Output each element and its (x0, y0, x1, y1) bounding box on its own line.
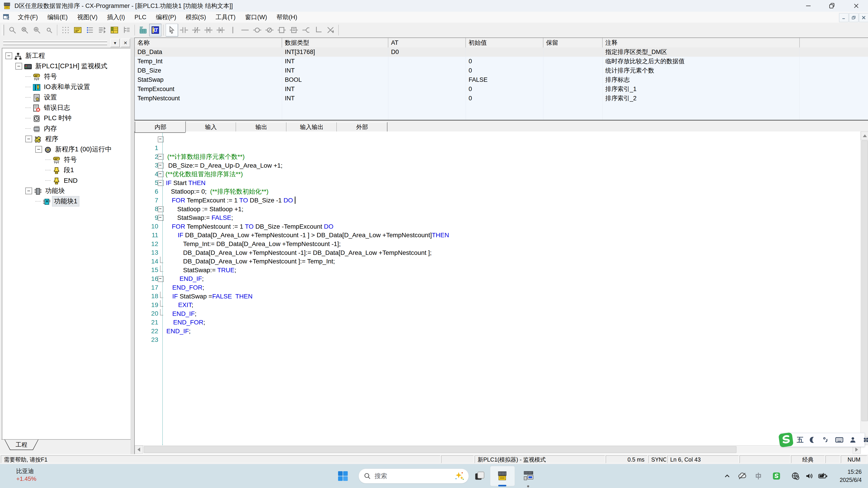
cell-init[interactable]: 0 (466, 57, 544, 66)
table-row-5[interactable]: TempNestcountINT0排序索引_2 (135, 94, 868, 103)
mnemonics-icon[interactable] (96, 24, 108, 36)
contact-up-icon[interactable] (202, 24, 215, 36)
window-minimize-button[interactable] (798, 0, 819, 12)
cell-init[interactable]: 0 (466, 85, 544, 94)
code-line-7[interactable]: 7 Statloop := Statloop +1; (135, 187, 858, 196)
editor-hscrollbar[interactable] (135, 445, 861, 454)
cell-at[interactable] (388, 66, 466, 75)
cell-at[interactable] (388, 94, 466, 103)
fold-collapse-icon[interactable] (158, 136, 164, 142)
menu-7[interactable]: 工具(T) (211, 14, 240, 21)
cell-retain[interactable] (544, 112, 602, 120)
stock-widget[interactable]: 比亚迪 +1.45% (16, 467, 36, 483)
person-icon[interactable] (849, 436, 857, 444)
col-header-0[interactable]: 名称 (135, 38, 282, 47)
vertical-line-icon[interactable] (227, 24, 239, 36)
panel-dropdown-button[interactable]: ▾ (110, 39, 120, 47)
fold-collapse-icon[interactable] (158, 276, 164, 282)
cell-type[interactable] (282, 103, 388, 112)
child-close-button[interactable] (859, 13, 868, 22)
col-header-3[interactable]: 初始值 (466, 38, 544, 47)
coil-nc-icon[interactable] (264, 24, 276, 36)
coil-icon[interactable] (251, 24, 264, 36)
menu-8[interactable]: 窗口(W) (240, 14, 272, 21)
fold-collapse-icon[interactable] (158, 215, 164, 221)
fold-collapse-icon[interactable] (158, 206, 164, 212)
cell-init[interactable]: 0 (466, 66, 544, 75)
menu-0[interactable]: 文件(F) (13, 14, 42, 21)
tree-item-0[interactable]: 新工程 (5, 51, 47, 61)
sogou-ime-toolbar[interactable]: 五 (781, 433, 865, 447)
tray-chevron-up-icon[interactable] (722, 471, 732, 481)
cell-name[interactable]: TempNestcount (135, 94, 282, 103)
code-line-15[interactable]: 15 END_IF; (135, 257, 858, 265)
cell-at[interactable] (388, 57, 466, 66)
code-line-14[interactable]: 14 StatSwap:= TRUE; (135, 248, 858, 257)
tree-item-6[interactable]: PLC 时钟 (25, 113, 73, 123)
code-line-3[interactable]: 3 (**优化数组冒泡排序算法**) (135, 152, 858, 161)
moon-icon[interactable] (809, 436, 817, 444)
cell-retain[interactable] (544, 66, 602, 75)
panel-gripper-2[interactable] (3, 43, 107, 45)
start-button[interactable] (337, 470, 349, 482)
code-line-21[interactable]: 21 END_IF; (135, 309, 858, 318)
cell-type[interactable]: INT (282, 85, 388, 94)
cell-comment[interactable]: 统计排序元素个数 (602, 66, 800, 75)
cell-comment[interactable]: 排序索引_2 (602, 94, 800, 103)
cell-at[interactable] (388, 85, 466, 94)
tree-item-5[interactable]: 错误日志 (25, 103, 72, 113)
magnifier-icon[interactable] (6, 24, 19, 36)
io-comment-icon[interactable] (137, 24, 149, 36)
taskbar-app-cx-programmer[interactable] (496, 470, 508, 482)
punctuation-icon[interactable] (822, 436, 830, 444)
tray-volume-icon[interactable] (805, 471, 814, 481)
cell-extra[interactable] (800, 57, 868, 66)
symbol-table-tool-icon[interactable] (108, 24, 121, 36)
cell-comment[interactable]: 排序索引_1 (602, 85, 800, 94)
st-code-editor[interactable]: 1 (**计算数组排序元素个数**) 2 DB_Size:= D_Area_Up… (134, 131, 868, 454)
cell-retain[interactable] (544, 57, 602, 66)
editor-vscrollbar[interactable] (861, 131, 868, 445)
var-tab-外部[interactable]: 外部 (337, 122, 388, 132)
cell-retain[interactable] (544, 75, 602, 85)
tree-item-9[interactable]: 新程序1 (00)运行中 (35, 144, 114, 155)
taskbar-search[interactable]: 搜索 (359, 468, 469, 484)
cell-name[interactable]: StatSwap (135, 75, 282, 85)
cell-retain[interactable] (544, 47, 602, 57)
tree-item-8[interactable]: 程序 (25, 134, 60, 144)
cell-type[interactable]: INT[31768] (282, 47, 388, 57)
address-list-icon[interactable] (84, 24, 96, 36)
grid-menu-icon[interactable] (862, 436, 868, 444)
zoom-cancel-icon[interactable] (19, 24, 31, 36)
tray-sogou-icon[interactable] (772, 471, 781, 481)
cell-type[interactable]: INT (282, 66, 388, 75)
taskbar-app-photos[interactable] (474, 470, 486, 482)
code-line-9[interactable]: 9 FOR TempNestcount := 1 TO DB_Size -Tem… (135, 204, 858, 213)
var-tab-输入输出[interactable]: 输入输出 (286, 122, 337, 132)
taskbar-clock[interactable]: 15:26 2025/6/4 (840, 468, 862, 484)
toolbar-gripper[interactable] (2, 25, 4, 35)
fold-collapse-icon[interactable] (158, 180, 164, 186)
code-line-13[interactable]: 13 DB_Data[D_Area_Low +TempNestcount ]:=… (135, 239, 858, 248)
code-line-11[interactable]: 11 Temp_Int:= DB_Data[D_Area_Low +TempNe… (135, 222, 858, 231)
delete-cross-icon[interactable] (324, 24, 337, 36)
window-close-button[interactable] (846, 0, 867, 12)
code-line-10[interactable]: 10 IF DB_Data[D_Area_Low +TempNestcount … (135, 213, 858, 222)
table-row-2[interactable]: DB_SizeINT0统计排序元素个数 (135, 66, 868, 75)
cell-extra[interactable] (800, 75, 868, 85)
code-line-18[interactable]: 18 EXIT; (135, 283, 858, 292)
cell-type[interactable]: INT (282, 94, 388, 103)
horizontal-line-icon[interactable] (239, 24, 251, 36)
table-row-4[interactable]: TempExcountINT0排序索引_1 (135, 85, 868, 94)
col-header-2[interactable]: AT (388, 38, 466, 47)
cell-comment[interactable] (602, 103, 800, 112)
cell-type[interactable]: INT (282, 57, 388, 66)
tray-battery-charging-icon[interactable] (818, 471, 827, 481)
select-arrow-icon[interactable] (166, 24, 178, 36)
code-line-17[interactable]: 17 IF StatSwap =FALSE THEN (135, 274, 858, 283)
cell-retain[interactable] (544, 85, 602, 94)
cell-init[interactable] (466, 112, 544, 120)
fold-collapse-icon[interactable] (158, 154, 164, 160)
col-header-5[interactable]: 注释 (602, 38, 800, 47)
inst-box2-icon[interactable] (288, 24, 300, 36)
